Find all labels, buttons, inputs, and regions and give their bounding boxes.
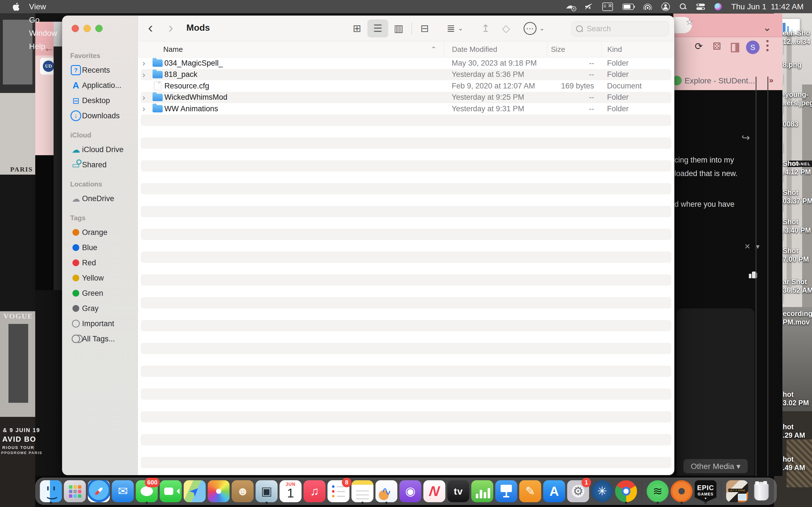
siri-icon[interactable] bbox=[714, 3, 722, 10]
column-header-date-modified[interactable]: Date Modified bbox=[444, 41, 547, 57]
dock-finder[interactable] bbox=[40, 478, 62, 504]
column-header-kind[interactable]: Kind bbox=[601, 41, 671, 57]
dock-photos[interactable] bbox=[207, 478, 230, 504]
tag-button[interactable]: ◇ bbox=[502, 19, 510, 38]
dock-app-store[interactable]: A bbox=[543, 478, 566, 504]
profile-avatar[interactable]: S bbox=[746, 41, 760, 54]
other-media-button[interactable]: Other Media ▾ bbox=[683, 459, 748, 473]
desktop-file-label[interactable]: Shot03.37 PM bbox=[783, 188, 812, 205]
zoom-button[interactable] bbox=[95, 25, 103, 32]
column-view-button[interactable]: ▥ bbox=[388, 19, 409, 38]
search-icon[interactable] bbox=[679, 3, 687, 10]
dock-freeform[interactable]: ∿ bbox=[375, 478, 398, 504]
dock-downloads-stack[interactable]: GET IT DONE bbox=[726, 478, 749, 504]
sidebar-item-blue[interactable]: Blue bbox=[66, 240, 134, 255]
minimize-button[interactable] bbox=[84, 25, 91, 32]
share-arrow-icon[interactable]: ↪ bbox=[742, 132, 750, 144]
desktop-file-label[interactable]: Shot.4.12 PM bbox=[783, 159, 811, 176]
dock-photo-booth[interactable]: ▣ bbox=[255, 478, 278, 504]
dock-numbers[interactable] bbox=[471, 478, 494, 504]
sidebar-item-yellow[interactable]: Yellow bbox=[66, 270, 134, 286]
gallery-view-button[interactable]: ⊟ bbox=[414, 19, 435, 38]
keyboard-icon[interactable] bbox=[602, 3, 613, 11]
icon-view-button[interactable]: ⊞ bbox=[347, 19, 367, 38]
file-row-ww-animations[interactable]: ›WW AnimationsYesterday at 9:31 PM--Fold… bbox=[141, 103, 671, 115]
dock-notes[interactable] bbox=[351, 478, 374, 504]
control-center-icon[interactable] bbox=[696, 4, 705, 10]
dock-facetime[interactable] bbox=[160, 478, 182, 504]
sidebar-item-shared[interactable]: ▭Shared bbox=[66, 157, 134, 172]
browser-menu-icon[interactable] bbox=[766, 40, 769, 42]
desktop-file-label[interactable]: een Sho12...6.34 bbox=[783, 29, 810, 46]
dock-contacts[interactable]: ☻ bbox=[232, 478, 254, 504]
user-icon[interactable] bbox=[661, 3, 670, 11]
onedrive-paused-icon[interactable] bbox=[566, 3, 576, 10]
close-button[interactable] bbox=[71, 25, 79, 32]
dock-origin[interactable] bbox=[670, 478, 693, 504]
dock-mail[interactable]: ✉ bbox=[112, 478, 134, 504]
apple-logo-icon[interactable] bbox=[12, 3, 20, 11]
dock-music[interactable]: ♫ bbox=[303, 478, 326, 504]
dock-launchpad[interactable] bbox=[64, 478, 86, 504]
dock-safari[interactable] bbox=[88, 478, 110, 504]
list-view-button[interactable]: ☰ bbox=[367, 19, 388, 38]
desktop-file-label[interactable]: hot3.02 PM bbox=[783, 390, 809, 407]
dock-podcasts[interactable]: ◉ bbox=[399, 478, 422, 504]
sidebar-item-desktop[interactable]: ⊟Desktop bbox=[66, 93, 134, 108]
dock-blue-app[interactable]: ✳ bbox=[591, 478, 613, 504]
dock-settings[interactable]: ⚙1 bbox=[567, 478, 590, 504]
group-by-button[interactable]: ≣ ⌄ bbox=[447, 19, 463, 38]
disclosure-chevron-icon[interactable]: › bbox=[141, 70, 151, 79]
dock-messages[interactable]: 600 bbox=[136, 478, 158, 504]
menu-item-view[interactable]: View bbox=[24, 0, 63, 13]
sidebar-item-important[interactable]: Important bbox=[66, 316, 134, 331]
dock-keynote[interactable] bbox=[495, 478, 518, 504]
desktop-file-label[interactable]: ar Shot36.52 AM bbox=[783, 277, 812, 294]
refresh-icon[interactable]: ⟳ bbox=[695, 41, 703, 52]
mute-icon[interactable] bbox=[585, 3, 593, 10]
file-row-wickedwhimsmod[interactable]: ›WickedWhimsModYesterday at 9:25 PM--Fol… bbox=[141, 92, 671, 103]
desktop-file-label[interactable]: Shot7.00 PM bbox=[783, 246, 809, 263]
dock-maps[interactable]: ➤ bbox=[184, 478, 206, 504]
desktop-file-label[interactable]: ecordingPM.mov bbox=[783, 309, 812, 326]
menu-bar-clock[interactable]: Thu Jun 1 11:42 AM bbox=[731, 2, 804, 11]
sidebar-item-onedrive[interactable]: ☁OneDrive bbox=[66, 191, 134, 206]
dock-news[interactable]: N bbox=[423, 478, 446, 504]
sidebar-item-red[interactable]: Red bbox=[66, 255, 134, 270]
dock-pages[interactable]: ✎ bbox=[519, 478, 542, 504]
search-field[interactable] bbox=[571, 21, 669, 36]
sidebar-item-all-tags[interactable]: All Tags... bbox=[66, 331, 134, 346]
bookmark-label[interactable]: Explore - StUDent... bbox=[684, 76, 755, 86]
share-button[interactable]: ↥ bbox=[481, 19, 490, 38]
sidebar-item-icloud-drive[interactable]: ☁iCloud Drive bbox=[66, 142, 134, 157]
dock-spotify[interactable]: ≋ bbox=[647, 478, 669, 504]
menu-item-window[interactable]: Window bbox=[24, 26, 63, 40]
menu-item-go[interactable]: Go bbox=[24, 13, 63, 26]
desktop-file-label[interactable]: -young-..ers.jpeg bbox=[783, 90, 812, 107]
dock-tv[interactable]: tv bbox=[447, 478, 470, 504]
sidebar-toggle-icon[interactable] bbox=[731, 43, 739, 52]
sidebar-item-gray[interactable]: Gray bbox=[66, 301, 134, 316]
bookmark-star-icon[interactable]: ☆ bbox=[686, 17, 693, 27]
close-and-expand-controls[interactable]: ✕ ▾ bbox=[744, 242, 761, 251]
column-header-name[interactable]: Name⌃ bbox=[141, 41, 444, 57]
search-input[interactable] bbox=[586, 24, 658, 34]
bookmarks-overflow-chevron[interactable]: » bbox=[769, 76, 773, 85]
battery-icon[interactable] bbox=[622, 4, 634, 10]
more-actions-button[interactable]: ⋯ ⌄ bbox=[523, 19, 545, 38]
sidebar-item-downloads[interactable]: ↓Downloads bbox=[66, 108, 134, 123]
tab-search-chevron-icon[interactable]: ⌄ bbox=[763, 22, 771, 33]
column-header-size[interactable]: Size bbox=[547, 41, 601, 57]
back-button[interactable]: ‹ bbox=[148, 20, 153, 36]
forward-button[interactable]: › bbox=[168, 20, 173, 36]
sidebar-item-recents[interactable]: ?Recents bbox=[66, 62, 134, 78]
desktop-file-label[interactable]: 8.png bbox=[783, 60, 802, 69]
file-row-034-magicspell[interactable]: ›034_MagicSpell_May 30, 2023 at 9:18 PM-… bbox=[141, 57, 671, 69]
desktop-file-label[interactable]: hot.29 AM bbox=[783, 422, 805, 439]
dock-epic-games[interactable]: EPICGAMES▾ bbox=[695, 478, 717, 504]
disclosure-chevron-icon[interactable]: › bbox=[141, 93, 151, 102]
dock-reminders[interactable]: 8 bbox=[327, 478, 350, 504]
desktop-file-label[interactable]: Shot.3.40 PM bbox=[783, 217, 811, 234]
file-row-resource-cfg[interactable]: Resource.cfgFeb 9, 2020 at 12:07 AM169 b… bbox=[141, 80, 671, 92]
sidebar-item-applicatio[interactable]: AApplicatio... bbox=[66, 78, 134, 93]
